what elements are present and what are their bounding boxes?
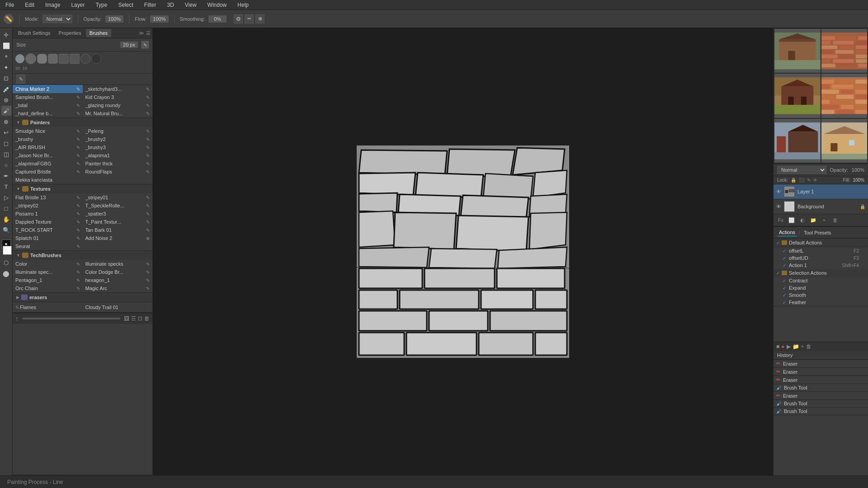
- group-layer-btn[interactable]: 📁: [809, 216, 818, 225]
- lasso-tool[interactable]: ⌖: [1, 52, 11, 61]
- brush-item-sampled[interactable]: Sampled Brush... ✎: [13, 93, 83, 101]
- brush-alaprima-fgbg[interactable]: _alaprimaFGBG ✎: [13, 160, 83, 168]
- new-brush-btn[interactable]: ✎: [16, 75, 25, 84]
- screen-mode-btn[interactable]: ⬤: [1, 268, 11, 278]
- clone-stamp-tool[interactable]: ⊕: [1, 117, 11, 127]
- brush-add-noise[interactable]: Add Noise 2⊕: [83, 234, 153, 242]
- brush-color-dodge[interactable]: Color Dodge Br...✎: [83, 268, 153, 276]
- action-contract[interactable]: ✓ Contract: [774, 277, 868, 284]
- brush-flames[interactable]: ✎ Flames: [13, 303, 83, 311]
- tab-actions[interactable]: Actions: [777, 229, 797, 236]
- brush-seurat[interactable]: Seurat✎: [13, 242, 83, 250]
- eyedropper-tool[interactable]: 💉: [1, 84, 11, 94]
- brush-t-rock[interactable]: T_ROCK START✎: [13, 226, 83, 234]
- opacity-value[interactable]: 100%: [852, 167, 864, 173]
- history-item-5[interactable]: 🖌 Brush Tool: [774, 400, 868, 408]
- lock-pos-btn[interactable]: ✛: [813, 178, 817, 183]
- stop-action-btn[interactable]: ■: [776, 343, 779, 350]
- brush-stripey02[interactable]: _stripey02✎: [13, 202, 83, 210]
- panel-menu-icon[interactable]: ☰: [146, 30, 151, 36]
- action-offsetl[interactable]: ✓ offsetL F2: [774, 247, 868, 254]
- action-smooth[interactable]: ✓ Smooth: [774, 291, 868, 299]
- menu-item-layer[interactable]: Layer: [69, 1, 86, 9]
- menu-item-3d[interactable]: 3D: [165, 1, 175, 9]
- smoothing-value[interactable]: 0%: [208, 15, 226, 23]
- settings-icon[interactable]: ⚙: [234, 14, 243, 23]
- brush-paint-texture[interactable]: T_Paint Textur...✎: [83, 218, 153, 226]
- history-item-2[interactable]: ✏ Eraser: [774, 376, 868, 384]
- text-tool[interactable]: T: [1, 182, 11, 192]
- selection-actions-header[interactable]: ✓ Selection Actions: [774, 269, 868, 277]
- action-expand[interactable]: ✓ Expand: [774, 284, 868, 291]
- layer-bg-visibility[interactable]: 👁: [776, 204, 781, 209]
- options-icon[interactable]: ⊕: [255, 14, 264, 23]
- brush-brushy3[interactable]: _brushy3 ✎: [83, 143, 153, 151]
- mode-dropdown[interactable]: Normal: [42, 15, 72, 23]
- brush-foot-btn3[interactable]: ⊡: [138, 315, 142, 322]
- brush-tip-8[interactable]: [91, 54, 101, 64]
- section-textures-header[interactable]: ▼ Textures: [13, 184, 152, 193]
- brush-captured-bristle[interactable]: Captured Bristle ✎: [13, 168, 83, 176]
- size-edit-btn[interactable]: ✎: [142, 41, 149, 48]
- crop-tool[interactable]: ⊡: [1, 73, 11, 83]
- brush-magic-arc[interactable]: Magic Arc✎: [83, 284, 153, 292]
- background-color[interactable]: □: [3, 246, 12, 255]
- shape-tool[interactable]: □: [1, 203, 11, 213]
- quick-mask-btn[interactable]: ⬡: [1, 258, 11, 267]
- hand-tool[interactable]: ✋: [1, 214, 11, 224]
- add-mask-btn[interactable]: ⬜: [787, 216, 796, 225]
- brush-tool[interactable]: 🖌: [1, 106, 11, 116]
- brush-air-brush[interactable]: _AIR BRUSH ✎: [13, 143, 83, 151]
- new-action-btn[interactable]: +: [801, 343, 804, 350]
- action-offsetud[interactable]: ✓ offsetUD F3: [774, 254, 868, 262]
- menu-item-image[interactable]: Image: [43, 1, 62, 9]
- brush-smudge-nice[interactable]: Smudge Nice ✎: [13, 127, 83, 135]
- brush-flat-bristle[interactable]: Flat Bristle 13✎: [13, 193, 83, 202]
- add-brush-btn[interactable]: ↑: [15, 315, 19, 322]
- menu-item-help[interactable]: Help: [236, 1, 250, 9]
- brush-speckle-rolle[interactable]: T_SpeckleRolle...✎: [83, 202, 153, 210]
- brush-splatch[interactable]: Splatch 01✎: [13, 234, 83, 242]
- brush-brushy[interactable]: _brushy ✎: [13, 135, 83, 143]
- brush-item-natural[interactable]: Mr. Natural Bru... ✎: [83, 109, 153, 117]
- brush-stripey01[interactable]: _stripey01✎: [83, 193, 153, 202]
- photo-ref-2[interactable]: [821, 29, 868, 73]
- brush-tip-4[interactable]: [48, 54, 58, 64]
- airbrush-icon[interactable]: ✂: [245, 14, 254, 23]
- brush-color[interactable]: Color✎: [13, 260, 83, 268]
- layer-background[interactable]: 👁 Background 🔒: [774, 199, 868, 214]
- new-layer-fx-btn[interactable]: Fx: [776, 216, 785, 225]
- canvas-wrapper[interactable]: [357, 145, 569, 358]
- lock-paint-btn[interactable]: ✎: [807, 178, 811, 183]
- section-erasers-header[interactable]: ▶ erasers: [13, 293, 152, 302]
- photo-ref-5[interactable]: [774, 119, 821, 163]
- history-item-4[interactable]: ✏ Eraser: [774, 392, 868, 400]
- tab-brushes[interactable]: Brushes: [86, 29, 111, 37]
- action-1[interactable]: ✓ Action 1 Shift+F4: [774, 262, 868, 269]
- flow-value[interactable]: 100%: [150, 15, 168, 23]
- dodge-tool[interactable]: ○: [1, 160, 11, 170]
- brush-item-china-marker[interactable]: China Marker 2 ✎: [13, 85, 83, 93]
- brush-pissarro[interactable]: Pissarro 1✎: [13, 210, 83, 218]
- history-item-0[interactable]: ✏ Eraser: [774, 360, 868, 368]
- panel-expand-icon[interactable]: ≫: [139, 30, 144, 36]
- tab-brush-settings[interactable]: Brush Settings: [14, 29, 54, 37]
- lock-all-btn[interactable]: 🔒: [791, 178, 796, 183]
- blend-mode-dropdown[interactable]: Normal: [777, 166, 826, 174]
- adjustment-layer-btn[interactable]: ◐: [798, 216, 807, 225]
- menu-item-file[interactable]: File: [4, 1, 16, 9]
- move-tool[interactable]: ✛: [1, 30, 11, 40]
- brush-peleng[interactable]: _Peleng ✎: [83, 127, 153, 135]
- menu-item-view[interactable]: View: [183, 1, 198, 9]
- brush-painter-thick[interactable]: Painter thick ✎: [83, 160, 153, 168]
- brush-illuminate-spec[interactable]: Illuminate spec...✎: [13, 268, 83, 276]
- brush-brushy2[interactable]: _brushy2 ✎: [83, 135, 153, 143]
- brush-foot-btn2[interactable]: ☰: [131, 315, 136, 322]
- brush-hexagon1[interactable]: hexagon_1✎: [83, 276, 153, 284]
- brush-tip-1[interactable]: [15, 54, 24, 63]
- quick-select-tool[interactable]: ✦: [1, 62, 11, 72]
- brush-item-kid-crayon[interactable]: Kid Crayon 3 ✎: [83, 93, 153, 101]
- zoom-tool[interactable]: 🔍: [1, 225, 11, 235]
- new-layer-btn[interactable]: +: [820, 216, 829, 225]
- spot-heal-tool[interactable]: ⊛: [1, 95, 11, 105]
